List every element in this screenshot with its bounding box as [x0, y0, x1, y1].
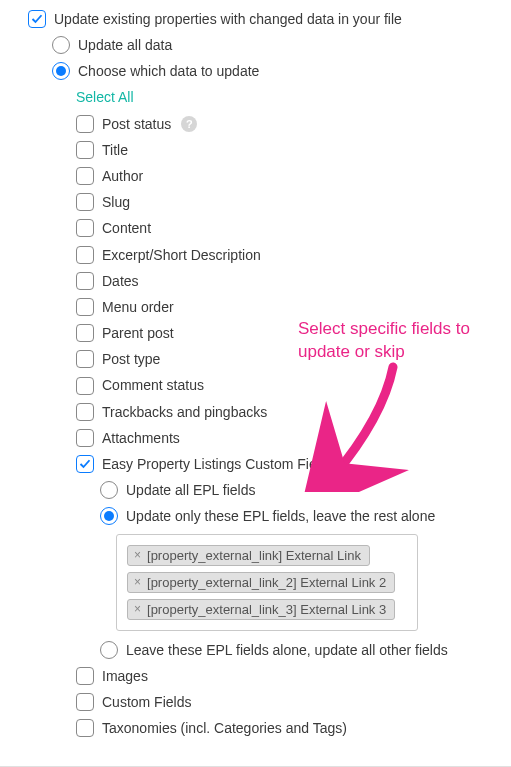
field-slug-label: Slug — [102, 193, 130, 211]
epl-update-only-radio[interactable] — [100, 507, 118, 525]
epl-tag-label: [property_external_link_3] External Link… — [147, 602, 386, 617]
field-custom-fields-checkbox[interactable] — [76, 693, 94, 711]
choose-data-radio[interactable] — [52, 62, 70, 80]
field-custom-fields-label: Custom Fields — [102, 693, 191, 711]
epl-tag[interactable]: × [property_external_link_2] External Li… — [127, 572, 395, 593]
field-epl-checkbox[interactable] — [76, 455, 94, 473]
field-attachments-label: Attachments — [102, 429, 180, 447]
field-trackbacks-checkbox[interactable] — [76, 403, 94, 421]
epl-update-all-label: Update all EPL fields — [126, 481, 255, 499]
field-taxonomies-label: Taxonomies (incl. Categories and Tags) — [102, 719, 347, 737]
field-slug-checkbox[interactable] — [76, 193, 94, 211]
field-content-checkbox[interactable] — [76, 219, 94, 237]
field-post-type-checkbox[interactable] — [76, 350, 94, 368]
field-post-status-label: Post status — [102, 115, 171, 133]
field-taxonomies-checkbox[interactable] — [76, 719, 94, 737]
epl-tag[interactable]: × [property_external_link] External Link — [127, 545, 370, 566]
field-content-label: Content — [102, 219, 151, 237]
field-author-label: Author — [102, 167, 143, 185]
tag-remove-icon[interactable]: × — [132, 576, 143, 588]
field-dates-checkbox[interactable] — [76, 272, 94, 290]
field-trackbacks-label: Trackbacks and pingbacks — [102, 403, 267, 421]
epl-leave-alone-label: Leave these EPL fields alone, update all… — [126, 641, 448, 659]
tag-remove-icon[interactable]: × — [132, 549, 143, 561]
epl-fields-tagbox[interactable]: × [property_external_link] External Link… — [116, 534, 418, 631]
field-menu-order-checkbox[interactable] — [76, 298, 94, 316]
update-all-data-label: Update all data — [78, 36, 172, 54]
epl-update-all-radio[interactable] — [100, 481, 118, 499]
update-all-data-radio[interactable] — [52, 36, 70, 54]
epl-tag-label: [property_external_link] External Link — [147, 548, 361, 563]
epl-update-only-label: Update only these EPL fields, leave the … — [126, 507, 435, 525]
choose-data-label: Choose which data to update — [78, 62, 259, 80]
field-comment-status-label: Comment status — [102, 376, 204, 394]
epl-tag-label: [property_external_link_2] External Link… — [147, 575, 386, 590]
update-existing-label: Update existing properties with changed … — [54, 10, 402, 28]
field-parent-post-label: Parent post — [102, 324, 174, 342]
annotation-text: Select specific fields to update or skip — [298, 318, 498, 364]
tag-remove-icon[interactable]: × — [132, 603, 143, 615]
field-attachments-checkbox[interactable] — [76, 429, 94, 447]
select-all-link[interactable]: Select All — [76, 89, 134, 105]
field-dates-label: Dates — [102, 272, 139, 290]
epl-leave-alone-radio[interactable] — [100, 641, 118, 659]
field-images-label: Images — [102, 667, 148, 685]
field-post-type-label: Post type — [102, 350, 160, 368]
field-post-status-checkbox[interactable] — [76, 115, 94, 133]
field-author-checkbox[interactable] — [76, 167, 94, 185]
field-parent-post-checkbox[interactable] — [76, 324, 94, 342]
field-images-checkbox[interactable] — [76, 667, 94, 685]
field-epl-label: Easy Property Listings Custom Fields — [102, 455, 335, 473]
update-existing-checkbox[interactable] — [28, 10, 46, 28]
field-comment-status-checkbox[interactable] — [76, 377, 94, 395]
field-menu-order-label: Menu order — [102, 298, 174, 316]
field-excerpt-label: Excerpt/Short Description — [102, 246, 261, 264]
field-excerpt-checkbox[interactable] — [76, 246, 94, 264]
epl-tag[interactable]: × [property_external_link_3] External Li… — [127, 599, 395, 620]
field-title-checkbox[interactable] — [76, 141, 94, 159]
help-icon[interactable]: ? — [181, 116, 197, 132]
field-title-label: Title — [102, 141, 128, 159]
